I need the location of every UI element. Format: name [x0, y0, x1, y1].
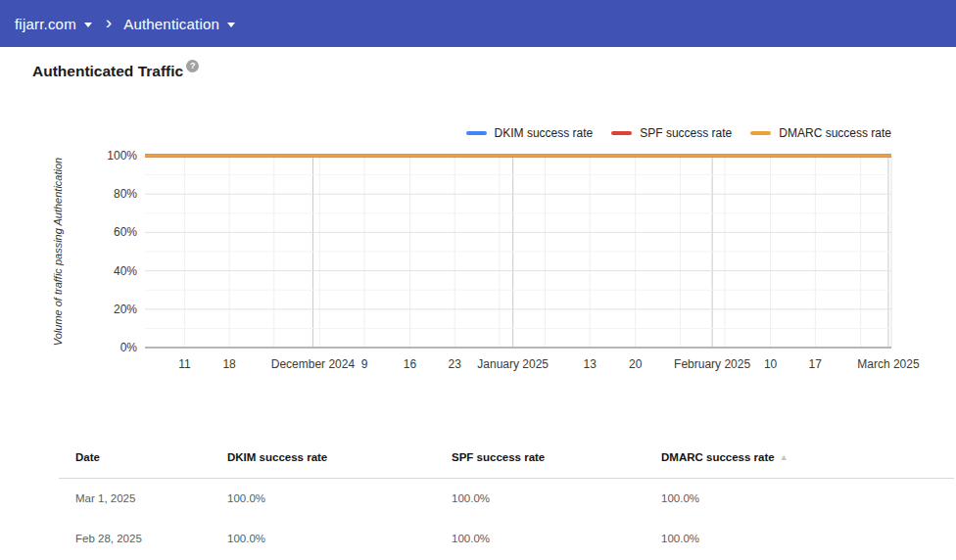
- x-axis-tick-label: 10: [764, 357, 778, 371]
- breadcrumb-separator-icon: ›: [106, 12, 112, 33]
- y-axis-tick-label: 60%: [114, 225, 137, 239]
- sort-ascending-icon: ▲: [780, 452, 789, 462]
- domain-label: fijarr.com: [15, 16, 76, 32]
- title-row: Authenticated Traffic ?: [32, 63, 199, 80]
- date-cell: Feb 28, 2025: [75, 533, 227, 559]
- column-header-spf-success-rate[interactable]: SPF success rate: [452, 451, 661, 478]
- column-header-label: SPF success rate: [452, 451, 545, 463]
- x-axis-tick-label: 17: [809, 357, 823, 371]
- x-axis-tick-label: 11: [178, 357, 191, 371]
- value-cell: 100.0%: [452, 533, 661, 559]
- value-cell: 100.0%: [227, 533, 452, 559]
- section-selector[interactable]: Authentication: [123, 16, 235, 32]
- y-axis-title: Volume of traffic passing Authentication: [52, 158, 64, 346]
- topbar: fijarr.com › Authentication: [0, 0, 956, 47]
- x-axis-tick-label: 18: [222, 357, 236, 371]
- column-header-dmarc-success-rate[interactable]: DMARC success rate▲: [661, 451, 954, 478]
- section-label: Authentication: [123, 16, 219, 32]
- column-header-date[interactable]: Date: [75, 451, 227, 478]
- column-header-dkim-success-rate[interactable]: DKIM success rate: [227, 451, 452, 478]
- x-axis-tick-label: 23: [449, 357, 462, 371]
- auth-table: DateDKIM success rateSPF success rateDMA…: [59, 441, 954, 559]
- help-icon[interactable]: ?: [186, 60, 199, 72]
- y-axis-tick-label: 40%: [114, 264, 137, 278]
- value-cell: 100.0%: [227, 492, 452, 519]
- value-cell: 100.0%: [452, 492, 661, 519]
- column-header-label: DMARC success rate: [661, 451, 775, 463]
- caret-down-icon: [84, 23, 92, 27]
- table-header-row: DateDKIM success rateSPF success rateDMA…: [59, 441, 954, 479]
- x-axis-tick-label: 20: [629, 357, 643, 371]
- date-cell: Mar 1, 2025: [75, 492, 227, 519]
- x-axis-tick-label: January 2025: [477, 357, 549, 371]
- y-axis-tick-label: 0%: [120, 341, 138, 354]
- column-header-label: Date: [75, 451, 100, 463]
- authentication-chart: Volume of traffic passing Authentication…: [0, 108, 956, 387]
- x-axis-tick-label: December 2024: [271, 357, 356, 371]
- y-axis-tick-label: 80%: [114, 187, 137, 201]
- x-axis-tick-label: 16: [404, 357, 417, 371]
- y-axis-tick-label: 100%: [107, 149, 137, 163]
- page-title: Authenticated Traffic: [32, 63, 183, 80]
- x-axis-tick-label: March 2025: [857, 357, 920, 371]
- x-axis-tick-label: 9: [361, 357, 368, 371]
- value-cell: 100.0%: [661, 533, 954, 559]
- x-axis-tick-label: 13: [583, 357, 597, 371]
- table-row: Feb 28, 2025100.0%100.0%100.0%: [59, 519, 954, 559]
- value-cell: 100.0%: [661, 492, 954, 519]
- domain-selector[interactable]: fijarr.com: [15, 16, 92, 32]
- y-axis-tick-label: 20%: [114, 303, 137, 316]
- table-row: Mar 1, 2025100.0%100.0%100.0%: [59, 479, 954, 519]
- caret-down-icon: [227, 23, 235, 27]
- x-axis-tick-label: February 2025: [674, 357, 750, 371]
- column-header-label: DKIM success rate: [227, 451, 327, 463]
